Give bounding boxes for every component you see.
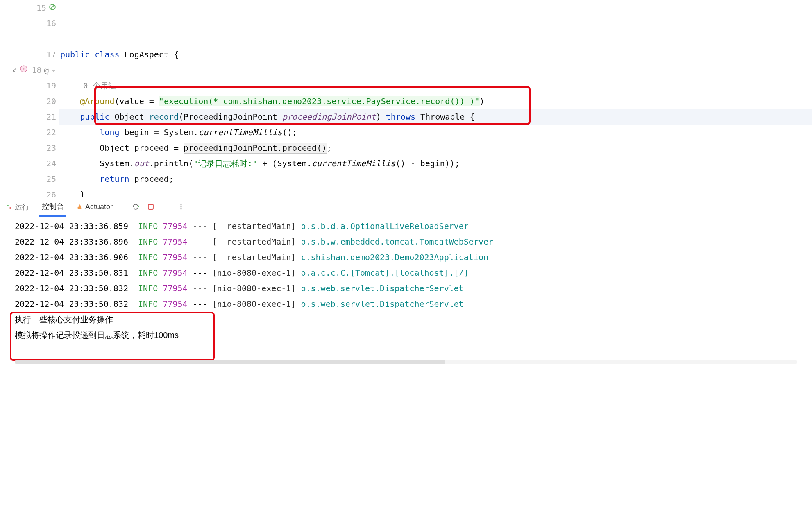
log-sep: --- bbox=[187, 237, 212, 247]
tab-console[interactable]: 控制台 bbox=[39, 197, 66, 217]
console-output[interactable]: 2022-12-04 23:33:36.859 INFO 77954 --- [… bbox=[0, 217, 812, 358]
log-line: 2022-12-04 23:33:36.859 INFO 77954 --- [… bbox=[15, 218, 812, 234]
log-logger: o.s.b.d.a.OptionalLiveReloadServer bbox=[301, 221, 468, 231]
horizontal-scrollbar[interactable] bbox=[15, 360, 797, 364]
tab-actuator[interactable]: Actuator bbox=[74, 199, 115, 215]
svg-point-9 bbox=[180, 208, 181, 209]
chev-icon bbox=[51, 62, 56, 78]
gutter-row[interactable]: 23 bbox=[0, 140, 56, 156]
log-logger: c.shishan.demo2023.Demo2023Application bbox=[301, 252, 488, 262]
code-token bbox=[60, 127, 100, 137]
code-token: System. bbox=[60, 159, 134, 168]
svg-point-5 bbox=[9, 207, 11, 209]
log-level: INFO bbox=[138, 299, 158, 309]
log-ts: 2022-12-04 23:33:50.831 bbox=[15, 268, 128, 278]
code-token: (); bbox=[282, 127, 297, 137]
gutter-row[interactable]: 21 bbox=[0, 109, 56, 125]
code-line[interactable]: public Object record(ProceedingJoinPoint… bbox=[59, 109, 812, 125]
code-token: currentTimeMillis bbox=[312, 159, 396, 168]
tab-actuator-label: Actuator bbox=[85, 203, 113, 211]
code-token: out bbox=[134, 159, 149, 168]
log-pid: 77954 bbox=[163, 252, 187, 262]
code-token: @Around bbox=[80, 96, 114, 106]
code-token: (value = bbox=[114, 96, 159, 106]
code-token: throws bbox=[386, 112, 415, 122]
code-line[interactable]: public class LogAspect { bbox=[59, 47, 812, 62]
scrollbar-thumb[interactable] bbox=[15, 360, 445, 364]
line-number: 18 bbox=[30, 62, 42, 78]
more-icon[interactable] bbox=[177, 203, 185, 211]
log-ts: 2022-12-04 23:33:50.832 bbox=[15, 283, 128, 293]
line-number: 19 bbox=[45, 78, 56, 93]
log-thread: [nio-8080-exec-1] bbox=[212, 299, 296, 309]
code-token: Object bbox=[109, 112, 149, 122]
log-sep: --- bbox=[187, 252, 212, 262]
panel-tabbar: 运行 控制台 Actuator bbox=[0, 197, 812, 217]
gutter-row[interactable]: 19 bbox=[0, 78, 56, 93]
code-token: } bbox=[60, 190, 85, 197]
gutter-row[interactable]: 16 bbox=[0, 16, 56, 31]
log-sep: --- bbox=[187, 299, 212, 309]
log-thread: [ restartedMain] bbox=[212, 252, 296, 262]
code-token bbox=[90, 50, 95, 59]
code-token: () - begin)); bbox=[395, 159, 460, 168]
log-pid: 77954 bbox=[163, 221, 187, 231]
svg-point-8 bbox=[180, 206, 181, 207]
log-pid: 77954 bbox=[163, 299, 187, 309]
code-area[interactable]: public class LogAspect {0 个用法 @Around(va… bbox=[59, 0, 812, 197]
code-token: long bbox=[100, 127, 119, 137]
code-line[interactable]: return proceed; bbox=[59, 171, 812, 187]
code-token: public bbox=[80, 112, 109, 122]
stdout-line bbox=[15, 343, 812, 358]
code-token: proceedingJoinPoint bbox=[282, 112, 376, 122]
gutter-row[interactable]: 17 bbox=[0, 47, 56, 62]
usage-hint[interactable]: 0 个用法 bbox=[59, 78, 812, 93]
log-line: 2022-12-04 23:33:36.896 INFO 77954 --- [… bbox=[15, 234, 812, 249]
gutter-row[interactable]: m18@ bbox=[0, 62, 56, 78]
code-line[interactable]: } bbox=[59, 187, 812, 197]
stop-icon[interactable] bbox=[147, 203, 154, 211]
line-number: 21 bbox=[45, 109, 56, 125]
code-token: Object proceed = bbox=[60, 143, 184, 153]
gutter-row[interactable]: 22 bbox=[0, 125, 56, 140]
gutter-row[interactable]: 25 bbox=[0, 171, 56, 187]
code-line[interactable] bbox=[59, 62, 812, 78]
log-level: INFO bbox=[138, 252, 158, 262]
tab-run[interactable]: 运行 bbox=[3, 198, 32, 216]
log-level: INFO bbox=[138, 283, 158, 293]
code-line[interactable]: @Around(value = "execution(* com.shishan… bbox=[59, 93, 812, 109]
log-thread: [ restartedMain] bbox=[212, 221, 296, 231]
log-line: 2022-12-04 23:33:50.832 INFO 77954 --- [… bbox=[15, 281, 812, 296]
log-level: INFO bbox=[138, 237, 158, 247]
rerun-icon[interactable] bbox=[132, 203, 140, 211]
code-token: (ProceedingJoinPoint bbox=[179, 112, 282, 122]
blocked-icon bbox=[49, 0, 56, 16]
code-editor[interactable]: 151617m18@1920212223242526 public class … bbox=[0, 0, 812, 197]
log-pid: 77954 bbox=[163, 237, 187, 247]
code-token bbox=[60, 112, 80, 122]
line-number: 17 bbox=[45, 47, 56, 62]
log-thread: [nio-8080-exec-1] bbox=[212, 283, 296, 293]
svg-rect-6 bbox=[148, 204, 153, 209]
code-line[interactable]: Object proceed = proceedingJoinPoint.pro… bbox=[59, 140, 812, 156]
m-icon: m bbox=[20, 62, 28, 78]
log-pid: 77954 bbox=[163, 283, 187, 293]
line-number: 15 bbox=[35, 0, 46, 16]
stdout-line: 模拟将操作记录投递到日志系统，耗时100ms bbox=[15, 327, 812, 343]
log-ts: 2022-12-04 23:33:36.906 bbox=[15, 252, 128, 262]
log-thread: [nio-8080-exec-1] bbox=[212, 268, 296, 278]
code-line[interactable]: long begin = System.currentTimeMillis(); bbox=[59, 125, 812, 140]
code-token: ; bbox=[327, 143, 331, 153]
gutter-row[interactable]: 20 bbox=[0, 93, 56, 109]
line-number: 20 bbox=[45, 93, 56, 109]
code-line[interactable]: System.out.println("记录日志耗时:" + (System.c… bbox=[59, 156, 812, 171]
code-token: class bbox=[95, 50, 119, 59]
log-sep: --- bbox=[187, 283, 212, 293]
code-token: ) bbox=[376, 112, 386, 122]
log-sep: --- bbox=[187, 268, 212, 278]
gutter-row[interactable]: 24 bbox=[0, 156, 56, 171]
code-token: return bbox=[100, 174, 129, 184]
log-logger: o.s.web.servlet.DispatcherServlet bbox=[301, 299, 463, 309]
gutter-row[interactable]: 15 bbox=[0, 0, 56, 16]
gutter-icons bbox=[49, 0, 56, 16]
